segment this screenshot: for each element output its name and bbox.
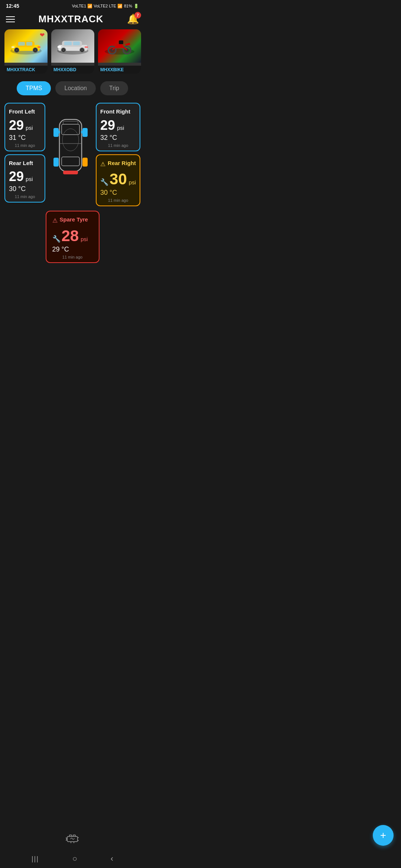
svg-point-8 [34, 49, 36, 51]
spare-tyre-row: ⚠ Spare Tyre 🔧 28 psi 29 °C 11 min ago [4, 211, 140, 263]
svg-point-40 [62, 129, 79, 151]
tire-fl-temp: 31 °C [9, 134, 41, 142]
tire-fl-psi-row: 29 psi [9, 118, 41, 133]
notification-badge: 7 [134, 12, 141, 19]
signal-indicators: VoLTE1 📶 VoLTE2 LTE 📶 [72, 4, 123, 9]
battery-icon: 🔋 [134, 4, 139, 9]
car-top-view-svg [52, 110, 89, 184]
svg-rect-4 [26, 42, 32, 46]
tire-fl-psi-value: 29 [9, 118, 24, 133]
tire-fr-temp: 32 °C [100, 134, 136, 142]
tire-rl-label: Rear Left [9, 160, 41, 167]
hamburger-menu[interactable] [6, 16, 15, 22]
car-diagram [48, 103, 93, 184]
tire-rr-label: Rear Right [108, 160, 136, 167]
warning-triangle-icon-spare: ⚠ [52, 217, 58, 224]
tab-tpms[interactable]: TPMS [17, 81, 51, 95]
tire-rear-left: Rear Left 29 psi 30 °C 11 min ago [4, 154, 45, 203]
tire-fl-time: 11 min ago [9, 143, 41, 148]
vehicle-image-mhxxbike [98, 29, 141, 63]
time: 12:45 [6, 3, 19, 9]
svg-point-19 [81, 49, 83, 51]
car2-thumbnail-svg [56, 37, 89, 55]
tire-spare-psi-unit: psi [81, 236, 88, 242]
battery-indicator: 81% [124, 4, 132, 8]
favorite-icon: ❤ [40, 32, 45, 39]
svg-rect-27 [119, 40, 123, 44]
svg-rect-21 [85, 46, 88, 48]
bike-thumbnail-svg [103, 37, 136, 55]
tire-spare-label: Spare Tyre [60, 216, 88, 223]
warning-triangle-icon: ⚠ [100, 161, 105, 168]
tire-rr-warning-row: ⚠ Rear Right [100, 160, 136, 169]
tire-front-left: Front Left 29 psi 31 °C 11 min ago [4, 103, 45, 151]
tpms-panel: Front Left 29 psi 31 °C 11 min ago [0, 103, 145, 270]
svg-rect-10 [38, 46, 40, 48]
vehicle-name-mhxxbike: MHXXBIKE [98, 66, 141, 74]
svg-rect-9 [12, 46, 14, 48]
svg-rect-14 [64, 42, 72, 45]
tire-rl-psi-value: 29 [9, 169, 24, 184]
tire-fr-psi-value: 29 [100, 118, 115, 133]
svg-point-7 [16, 49, 18, 51]
tire-fl-label: Front Left [9, 108, 41, 115]
vehicle-name-mhxxtrack: MHXXTRACK [4, 66, 48, 74]
tire-front-right: Front Right 29 psi 32 °C 11 min ago [96, 103, 140, 151]
tire-fr-time: 11 min ago [100, 143, 136, 148]
tire-fl-psi-unit: psi [26, 125, 33, 131]
tire-rear-right: ⚠ Rear Right 🔧 30 psi 30 °C 11 min ago [96, 154, 140, 207]
tab-location[interactable]: Location [55, 81, 96, 95]
vehicle-image-mhxxobd [51, 29, 94, 63]
tab-trip[interactable]: Trip [100, 81, 128, 95]
tire-rl-temp: 30 °C [9, 185, 41, 193]
status-bar: 12:45 VoLTE1 📶 VoLTE2 LTE 📶 81% 🔋 [0, 0, 145, 10]
svg-point-18 [62, 49, 65, 51]
vehicle-card-mhxxtrack[interactable]: ❤ MHXXTRACK [4, 29, 48, 74]
tire-spare-psi-value: 28 [62, 227, 79, 245]
svg-rect-15 [73, 42, 80, 45]
tire-rr-time: 11 min ago [100, 198, 136, 203]
svg-rect-35 [53, 128, 59, 137]
tire-rr-temp: 30 °C [100, 189, 136, 197]
tire-spare-warning-row: ⚠ Spare Tyre [52, 216, 93, 226]
tire-rr-psi-row: 🔧 30 psi [100, 170, 136, 188]
car-thumbnail-svg [9, 37, 43, 55]
tabs-bar: TPMS Location Trip [0, 80, 145, 103]
tire-fr-label: Front Right [100, 108, 136, 115]
status-icons: VoLTE1 📶 VoLTE2 LTE 📶 81% 🔋 [72, 4, 139, 9]
tire-rr-psi-unit: psi [129, 179, 136, 185]
tire-rl-time: 11 min ago [9, 194, 41, 199]
tpms-grid: Front Left 29 psi 31 °C 11 min ago [4, 103, 140, 263]
app-title: MHXXTRACK [38, 13, 103, 25]
tire-spare-time: 11 min ago [52, 255, 93, 259]
svg-rect-31 [63, 121, 78, 124]
svg-rect-20 [58, 46, 61, 48]
svg-rect-28 [59, 119, 82, 171]
vehicle-name-mhxxobd: MHXXOBD [51, 66, 94, 74]
tire-spare-psi-row: 🔧 28 psi [52, 227, 93, 245]
tire-rr-psi-value: 30 [110, 170, 127, 188]
vehicle-card-mhxxbike[interactable]: MHXXBIKE [98, 29, 141, 74]
svg-rect-38 [82, 158, 88, 167]
tire-pressure-icon-rr: 🔧 [100, 178, 108, 186]
tire-fr-psi-row: 29 psi [100, 118, 136, 133]
svg-rect-39 [63, 171, 78, 174]
header: MHXXTRACK 🔔 7 [0, 10, 145, 29]
svg-rect-3 [18, 42, 25, 46]
tire-fr-psi-unit: psi [117, 125, 124, 131]
svg-rect-30 [62, 157, 79, 166]
svg-rect-29 [62, 124, 79, 135]
tire-rl-psi-row: 29 psi [9, 169, 41, 184]
notification-button[interactable]: 🔔 7 [127, 13, 139, 25]
tire-spare-temp: 29 °C [52, 246, 93, 253]
tire-pressure-icon-spare: 🔧 [52, 235, 61, 243]
tire-rl-psi-unit: psi [26, 176, 33, 182]
tire-spare: ⚠ Spare Tyre 🔧 28 psi 29 °C 11 min ago [46, 211, 100, 263]
svg-rect-37 [53, 158, 59, 167]
svg-rect-36 [82, 128, 88, 137]
vehicles-list: ❤ MHXXTRACK MHXXOBD [0, 29, 145, 80]
vehicle-card-mhxxobd[interactable]: MHXXOBD [51, 29, 94, 74]
